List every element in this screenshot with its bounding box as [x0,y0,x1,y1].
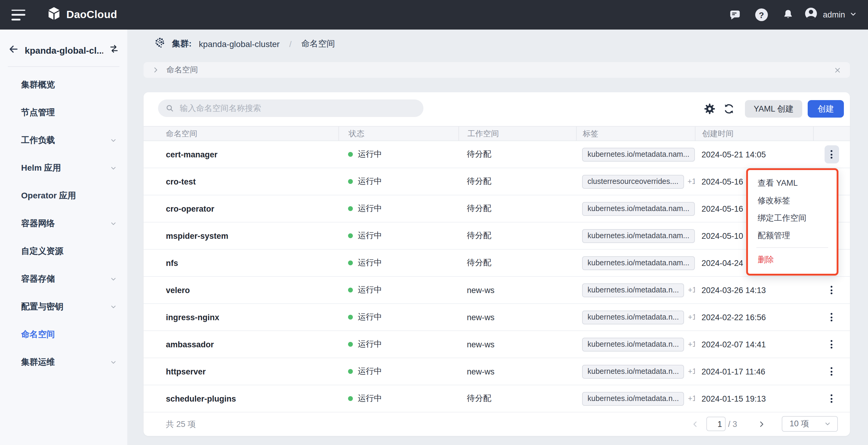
search-input[interactable] [174,104,424,113]
pagination-total-pages: / 3 [728,412,737,436]
status-dot [348,396,353,401]
sidebar-item-workloads[interactable]: 工作负载 [0,127,127,154]
namespace-name[interactable]: ingress-nginx [144,304,338,330]
switch-cluster-icon[interactable] [109,44,119,56]
status-text: 运行中 [358,393,382,404]
namespace-name[interactable]: ambassador [144,331,338,357]
workspace-cell: 待分配 [459,222,576,249]
workspace-cell: 待分配 [459,141,576,168]
sidebar-item-operator-apps[interactable]: Operator 应用 [0,182,127,210]
breadcrumb: 集群: kpanda-global-cluster / 命名空间 [127,30,868,58]
namespace-name[interactable]: cro-operator [144,195,338,222]
message-icon[interactable] [721,6,748,24]
sidebar-nav: 集群概览 节点管理 工作负载 Helm 应用 Operator 应用 容器网络 … [0,67,127,376]
avatar [803,6,818,24]
search-box [158,99,424,117]
table-row: ambassador 运行中 new-ws kubernetes.io/meta… [144,331,850,358]
row-context-menu: 查看 YAML 修改标签 绑定工作空间 配额管理 删除 [746,168,838,276]
table-header: 命名空间 状态 工作空间 标签 创建时间 [144,126,850,141]
status-dot [348,288,353,292]
chevron-down-icon [110,165,117,172]
menu-item-quota-management[interactable]: 配额管理 [748,227,837,244]
status-text: 运行中 [358,312,382,323]
sidebar-item-cluster-ops[interactable]: 集群运维 [0,349,127,376]
created-time: 2024-02-22 16:56 [695,304,813,330]
settings-gear-icon[interactable] [703,102,716,115]
column-header-name: 命名空间 [144,127,338,140]
create-button[interactable]: 创建 [808,100,844,118]
label-chip: kubernetes.io/metadata.nam... [582,229,695,243]
close-icon[interactable] [834,66,841,74]
pagination-next-icon[interactable] [757,420,766,430]
sidebar-item-cluster-overview[interactable]: 集群概览 [0,71,127,99]
status-dot [348,369,353,374]
menu-item-delete[interactable]: 删除 [748,251,837,268]
label-chip: kubernetes.io/metadata.n... [582,364,684,378]
row-actions-kebab-icon[interactable] [824,308,839,326]
sidebar-item-container-network[interactable]: 容器网络 [0,210,127,237]
workspace-cell: new-ws [459,277,576,303]
namespace-name[interactable]: cro-test [144,168,338,195]
pagination-page-input[interactable] [706,417,726,431]
sidebar-item-custom-resources[interactable]: 自定义资源 [0,237,127,265]
status-text: 运行中 [358,285,382,295]
back-icon[interactable] [8,44,19,56]
namespace-name[interactable]: mspider-system [144,222,338,249]
brand-name: DaoCloud [66,8,117,21]
namespace-name[interactable]: velero [144,277,338,303]
menu-item-edit-labels[interactable]: 修改标签 [748,192,837,209]
status-dot [348,233,353,238]
sidebar-item-container-storage[interactable]: 容器存储 [0,265,127,293]
column-header-actions [813,127,850,140]
sidebar-item-helm-apps[interactable]: Helm 应用 [0,154,127,182]
table-row: cro-test 运行中 待分配 clusterresourceoverride… [144,168,850,195]
label-extra-count: +1 [688,286,695,294]
row-actions-kebab-icon[interactable] [824,281,839,299]
status-dot [348,152,353,157]
column-header-status: 状态 [338,127,459,140]
breadcrumb-cluster: kpanda-global-cluster [199,39,280,49]
menu-item-view-yaml[interactable]: 查看 YAML [748,174,837,192]
table-row: velero 运行中 new-ws kubernetes.io/metadata… [144,277,850,304]
page-size-value: 10 项 [789,418,824,429]
sidebar-item-namespaces[interactable]: 命名空间 [0,321,127,349]
created-time: 2024-03-26 14:13 [695,277,813,303]
table-row: httpserver 运行中 new-ws kubernetes.io/meta… [144,358,850,385]
sidebar-item-node-management[interactable]: 节点管理 [0,99,127,127]
namespace-name[interactable]: httpserver [144,358,338,385]
user-chevron-down-icon [849,9,857,20]
pagination-prev-icon[interactable] [691,420,699,430]
row-actions-kebab-icon[interactable] [824,362,839,380]
label-extra-count: +1 [688,394,695,403]
help-icon[interactable]: ? [748,6,775,24]
namespace-name[interactable]: cert-manager [144,141,338,168]
status-text: 运行中 [358,149,382,160]
created-time: 2024-01-17 11:46 [695,358,813,385]
cluster-name: kpanda-global-cl... [25,45,103,55]
row-actions-kebab-icon[interactable] [824,389,839,408]
label-chip: clusterresourceoverrides.... [582,174,684,188]
workspace-cell: 待分配 [459,168,576,195]
status-dot [348,206,353,211]
table-row: cro-operator 运行中 待分配 kubernetes.io/metad… [144,195,850,222]
menu-toggle-icon[interactable] [11,9,26,20]
chevron-down-icon [110,276,117,283]
row-actions-kebab-icon[interactable] [824,145,839,163]
topbar: DaoCloud ? admin [0,0,868,30]
yaml-create-button[interactable]: YAML 创建 [745,100,802,118]
namespace-name[interactable]: scheduler-plugins [144,385,338,412]
namespace-name[interactable]: nfs [144,250,338,276]
status-text: 运行中 [358,230,382,241]
refresh-icon[interactable] [723,102,735,115]
user-menu[interactable]: admin [803,6,857,24]
menu-item-bind-workspace[interactable]: 绑定工作空间 [748,209,837,227]
namespace-panel-bar[interactable]: 命名空间 [144,62,850,78]
sidebar-item-config-secrets[interactable]: 配置与密钥 [0,293,127,321]
page-size-select[interactable]: 10 项 [782,416,838,432]
search-icon [165,104,174,113]
row-actions-kebab-icon[interactable] [824,335,839,353]
table-row: nfs 运行中 待分配 kubernetes.io/metadata.nam..… [144,250,850,277]
brand-logo[interactable]: DaoCloud [46,6,117,24]
notification-bell-icon[interactable] [775,6,801,24]
table-row: mspider-system 运行中 待分配 kubernetes.io/met… [144,222,850,250]
